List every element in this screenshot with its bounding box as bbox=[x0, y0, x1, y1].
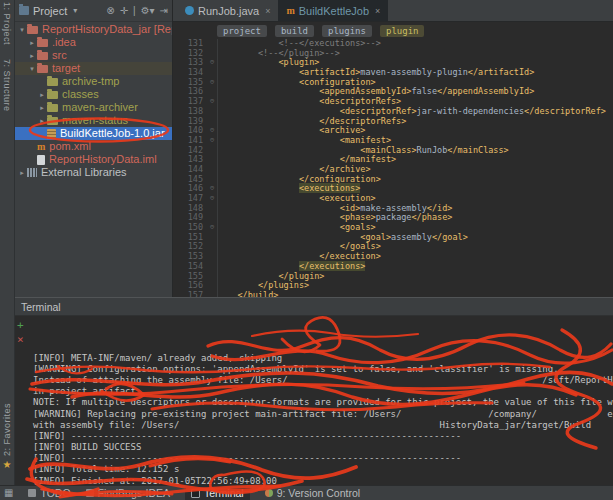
fold-marker-icon[interactable]: ⊝ bbox=[207, 58, 217, 68]
favorites-star-icon[interactable]: ★ bbox=[3, 460, 12, 470]
tree-down-arrow-icon[interactable]: ▾ bbox=[17, 23, 27, 36]
terminal-line: [INFO] BUILD SUCCESS bbox=[33, 442, 613, 453]
tree-item-target[interactable]: ▾target bbox=[15, 62, 172, 75]
terminal-line: with assembly file: /Users/ HistoryData_… bbox=[33, 420, 613, 431]
tree-item-label: External Libraries bbox=[41, 166, 127, 179]
tree-item-label: ReportHistoryData_jar [ReportHist bbox=[42, 23, 172, 36]
settings-icon[interactable]: ⚙▾ bbox=[141, 6, 155, 16]
fold-marker-icon[interactable]: ⊝ bbox=[207, 97, 217, 107]
project-tree: ▾ReportHistoryData_jar [ReportHist▸.idea… bbox=[15, 22, 172, 179]
tree-right-arrow-icon[interactable]: ▸ bbox=[27, 36, 37, 49]
fold-column bbox=[207, 204, 217, 214]
tree-right-arrow-icon[interactable]: ▸ bbox=[27, 49, 37, 62]
terminal-line: [INFO] ---------------------------------… bbox=[33, 453, 613, 464]
statusbar-item-label: FindBugs-IDEA bbox=[98, 487, 170, 499]
statusbar-terminal[interactable]: Terminal bbox=[185, 486, 250, 500]
tree-item-classes[interactable]: ▸classes bbox=[15, 88, 172, 101]
terminal-line: in project artifact. bbox=[33, 386, 613, 397]
folder-icon bbox=[27, 26, 38, 34]
tree-item-reporthistorydata-iml[interactable]: ReportHistoryData.iml bbox=[15, 153, 172, 166]
gutter-divider bbox=[217, 39, 218, 297]
tab-buildkettlejob[interactable]: mBuildKettleJob× bbox=[278, 0, 388, 21]
tool-window-stripe: 1: Project7: Structure 2: Favorites ★ bbox=[0, 0, 15, 486]
tree-right-arrow-icon[interactable]: ▸ bbox=[37, 101, 47, 114]
stripe-1-project[interactable]: 1: Project bbox=[2, 2, 12, 45]
maven-icon: m bbox=[286, 5, 294, 16]
fold-marker-icon[interactable]: ⊝ bbox=[207, 78, 217, 88]
terminal-output[interactable]: + × [INFO] META-INF/maven/ already added… bbox=[15, 316, 613, 487]
tree-item-maven-archiver[interactable]: ▸maven-archiver bbox=[15, 101, 172, 114]
chevron-down-icon[interactable]: ▾ bbox=[73, 6, 77, 15]
tree-item-maven-status[interactable]: ▸maven-status bbox=[15, 114, 172, 127]
statusbar-item-label: 9: Version Control bbox=[277, 487, 360, 499]
locate-icon[interactable]: ✛ bbox=[120, 6, 128, 16]
project-panel-title[interactable]: Project bbox=[33, 5, 67, 17]
project-panel-header: Project ▾ ⊗✛|⚙▾⇥ bbox=[15, 0, 172, 22]
breadcrumb-plugin[interactable]: plugin bbox=[380, 25, 425, 37]
new-session-icon[interactable]: + bbox=[17, 320, 24, 331]
tree-item-idea[interactable]: ▸.idea bbox=[15, 36, 172, 49]
fold-column bbox=[207, 242, 217, 252]
fold-marker-icon[interactable]: ⊝ bbox=[207, 126, 217, 136]
tab-runjob-java[interactable]: RunJob.java× bbox=[177, 0, 278, 21]
tree-item-label: src bbox=[52, 49, 67, 62]
fold-column bbox=[207, 107, 217, 117]
fold-column bbox=[207, 49, 217, 59]
tree-item-label: classes bbox=[62, 88, 99, 101]
terminal-line: [INFO] Total time: 12.152 s bbox=[33, 464, 613, 475]
fold-marker-icon[interactable]: ⊝ bbox=[207, 194, 217, 204]
tree-right-arrow-icon[interactable]: ▸ bbox=[37, 114, 47, 127]
tree-item-reporthistorydata-jar-reporthist[interactable]: ▾ReportHistoryData_jar [ReportHist bbox=[15, 23, 172, 36]
statusbar-todo[interactable]: TODO bbox=[28, 486, 70, 500]
tree-right-arrow-icon[interactable]: ▸ bbox=[37, 88, 47, 101]
vcs-icon bbox=[265, 489, 273, 497]
class-icon bbox=[185, 6, 194, 15]
fold-column bbox=[207, 165, 217, 175]
terminal-line: [WARNING] Configuration options: 'append… bbox=[33, 364, 613, 375]
collapse-all-icon[interactable]: ⊗ bbox=[106, 6, 114, 16]
breadcrumb-plugins[interactable]: plugins bbox=[322, 25, 372, 37]
breadcrumb-build[interactable]: build bbox=[275, 25, 314, 37]
terminal-toolbar: + × bbox=[17, 320, 24, 345]
editor-tab-bar: RunJob.java×mBuildKettleJob× bbox=[173, 0, 613, 22]
close-icon[interactable]: × bbox=[265, 6, 270, 16]
statusbar-findbugs-idea[interactable]: FindBugs-IDEA bbox=[86, 486, 170, 500]
statusbar-9-version-control[interactable]: 9: Version Control bbox=[265, 486, 360, 500]
tree-down-arrow-icon[interactable]: ▾ bbox=[27, 62, 37, 75]
close-session-icon[interactable]: × bbox=[17, 334, 24, 345]
fold-column bbox=[207, 213, 217, 223]
tree-item-label: pom.xml bbox=[49, 140, 91, 153]
tree-item-label: BuildKettleJob-1.0.jar bbox=[60, 127, 165, 140]
tree-item-external-libraries[interactable]: ▸External Libraries bbox=[15, 166, 172, 179]
terminal-panel: Terminal + × [INFO] META-INF/maven/ alre… bbox=[15, 297, 613, 486]
breadcrumb-project[interactable]: project bbox=[217, 25, 267, 37]
tool-window-switcher-icon[interactable]: ▦ bbox=[4, 488, 13, 498]
tree-item-buildkettlejob-1-0-jar[interactable]: BuildKettleJob-1.0.jar bbox=[15, 127, 172, 140]
close-icon[interactable]: × bbox=[375, 6, 380, 16]
fold-column bbox=[207, 252, 217, 262]
lib-icon bbox=[27, 168, 37, 177]
stripe-7-structure[interactable]: 7: Structure bbox=[2, 59, 12, 112]
terminal-line: [INFO] ---------------------------------… bbox=[33, 431, 613, 442]
todo-icon bbox=[28, 489, 36, 497]
divider: | bbox=[133, 6, 136, 16]
fold-marker-icon[interactable]: ⊝ bbox=[207, 136, 217, 146]
statusbar-item-label: Terminal bbox=[204, 487, 244, 499]
fold-column bbox=[207, 87, 217, 97]
fold-marker-icon[interactable]: ⊝ bbox=[207, 223, 217, 233]
tree-right-arrow-icon[interactable]: ▸ bbox=[17, 166, 27, 179]
stripe-favorites[interactable]: 2: Favorites bbox=[2, 403, 12, 456]
fold-column bbox=[207, 68, 217, 78]
fold-column bbox=[207, 146, 217, 156]
folder-icon bbox=[47, 78, 58, 86]
maven-icon: m bbox=[37, 140, 45, 153]
tree-item-pom-xml[interactable]: mpom.xml bbox=[15, 140, 172, 153]
terminal-line: NOTE: If multiple descriptors or descrip… bbox=[33, 397, 613, 408]
code-area[interactable]: 131 <!--</executions>-->132 <!--</plugin… bbox=[173, 39, 613, 297]
fold-marker-icon[interactable]: ⊝ bbox=[207, 184, 217, 194]
tree-item-archive-tmp[interactable]: archive-tmp bbox=[15, 75, 172, 88]
hide-icon[interactable]: ⇥ bbox=[160, 6, 168, 16]
fold-column bbox=[207, 175, 217, 185]
folder-icon bbox=[47, 117, 58, 125]
tree-item-src[interactable]: ▸src bbox=[15, 49, 172, 62]
